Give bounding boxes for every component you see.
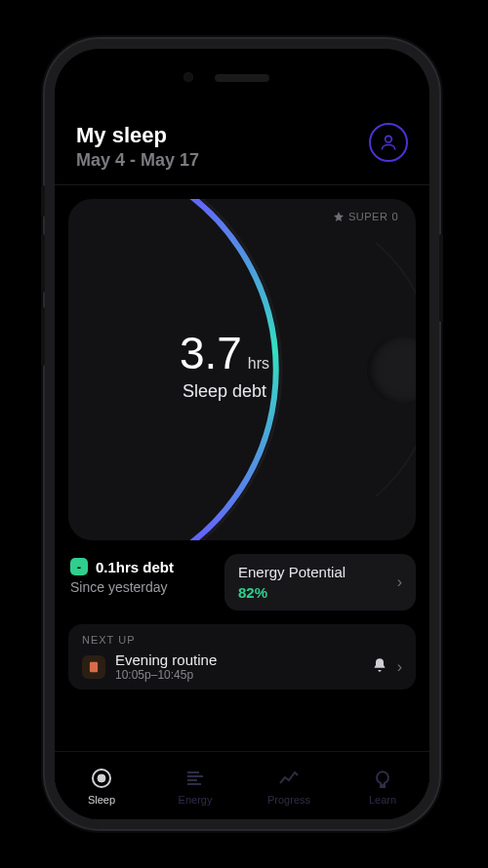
energy-potential-label: Energy Potential xyxy=(238,564,346,580)
header-titles: My sleep May 4 - May 17 xyxy=(76,123,199,171)
profile-button[interactable] xyxy=(369,123,408,162)
tab-bar: Sleep Energy Progress Learn xyxy=(55,751,429,819)
next-up-title: Evening routine xyxy=(115,651,362,668)
main-content: SUPER 0 xyxy=(55,185,429,751)
chevron-right-icon: › xyxy=(397,573,402,591)
phone-side-button xyxy=(439,234,443,322)
sleep-debt-number: 3.7 xyxy=(180,327,242,379)
energy-tab-icon xyxy=(183,767,207,790)
tab-label: Progress xyxy=(267,794,310,806)
next-up-card: NEXT UP Evening routine 10:05p–10:45p › xyxy=(68,624,416,690)
routine-icon xyxy=(82,655,105,679)
phone-side-button xyxy=(41,234,45,293)
sleep-debt-unit: hrs xyxy=(248,355,269,373)
tab-progress[interactable]: Progress xyxy=(242,752,336,819)
svg-point-3 xyxy=(98,774,105,782)
bell-icon[interactable] xyxy=(372,657,387,677)
debt-change-value: 0.1hrs debt xyxy=(96,559,174,575)
date-range: May 4 - May 17 xyxy=(76,150,199,171)
tab-label: Learn xyxy=(369,794,396,806)
debt-change-sub: Since yesterday xyxy=(70,579,213,595)
phone-earpiece xyxy=(215,74,269,82)
phone-side-button xyxy=(41,307,45,366)
header: My sleep May 4 - May 17 xyxy=(55,105,429,185)
learn-tab-icon xyxy=(371,767,394,790)
progress-tab-icon xyxy=(277,767,301,790)
next-up-time: 10:05p–10:45p xyxy=(115,668,362,682)
sleep-debt-label: Sleep debt xyxy=(183,381,266,402)
stats-row: - 0.1hrs debt Since yesterday Energy Pot… xyxy=(68,554,416,611)
next-up-heading: NEXT UP xyxy=(82,634,402,646)
user-icon xyxy=(379,133,398,152)
page-title: My sleep xyxy=(76,123,199,148)
debt-change-chip: - xyxy=(70,558,88,575)
score-center: 3.7 hrs Sleep debt xyxy=(68,199,398,534)
sleep-tab-icon xyxy=(90,767,113,790)
svg-rect-1 xyxy=(90,661,98,672)
energy-potential-value: 82% xyxy=(238,584,346,601)
tab-learn[interactable]: Learn xyxy=(336,752,429,819)
sleep-debt-value: 3.7 hrs xyxy=(180,327,269,379)
energy-potential-button[interactable]: Energy Potential 82% › xyxy=(224,554,416,611)
app-screen: My sleep May 4 - May 17 SUPER 0 xyxy=(55,105,429,819)
chevron-right-icon: › xyxy=(397,658,402,676)
phone-bezel: My sleep May 4 - May 17 SUPER 0 xyxy=(55,49,429,819)
next-up-item[interactable]: Evening routine 10:05p–10:45p › xyxy=(82,651,402,690)
debt-change: - 0.1hrs debt Since yesterday xyxy=(68,554,215,611)
tab-sleep[interactable]: Sleep xyxy=(55,752,148,819)
phone-frame: My sleep May 4 - May 17 SUPER 0 xyxy=(45,39,439,829)
tab-label: Sleep xyxy=(88,794,115,806)
sleep-debt-card[interactable]: SUPER 0 xyxy=(68,199,416,540)
tab-label: Energy xyxy=(179,794,213,806)
svg-point-0 xyxy=(386,136,392,142)
phone-camera xyxy=(183,72,193,82)
phone-side-button xyxy=(41,185,45,217)
tab-energy[interactable]: Energy xyxy=(148,752,242,819)
